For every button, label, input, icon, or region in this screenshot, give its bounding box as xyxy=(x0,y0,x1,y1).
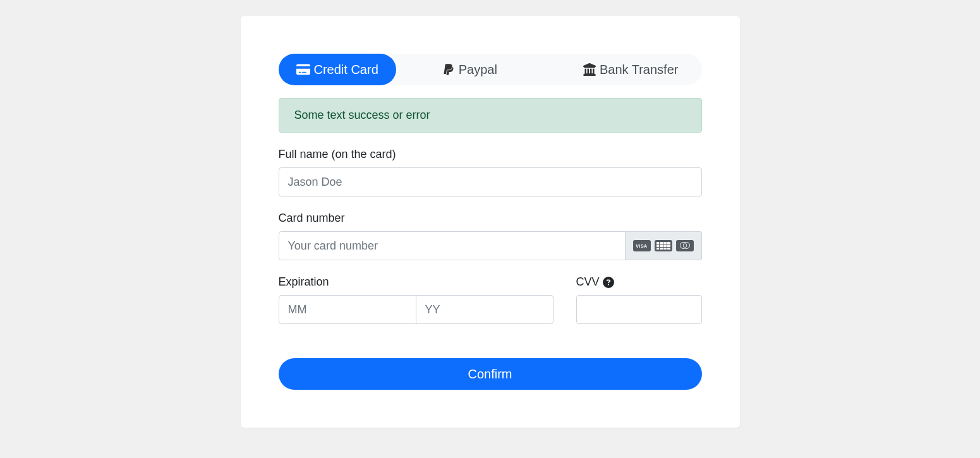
card-number-input[interactable] xyxy=(279,231,626,260)
tab-credit-card[interactable]: Credit Card xyxy=(279,54,396,85)
confirm-button[interactable]: Confirm xyxy=(279,358,702,390)
form-group-full-name: Full name (on the card) xyxy=(279,148,702,196)
card-number-label: Card number xyxy=(279,212,702,225)
card-brand-addon: VISA xyxy=(626,231,702,260)
credit-card-icon xyxy=(296,63,310,76)
expiration-year-input[interactable] xyxy=(416,295,554,324)
tab-label: Credit Card xyxy=(314,63,378,77)
tab-label: Paypal xyxy=(459,63,497,77)
tab-label: Bank Transfer xyxy=(600,63,679,77)
full-name-input[interactable] xyxy=(279,167,702,196)
payment-card: Credit Card Paypal Bank Transfer Some te… xyxy=(241,16,740,428)
status-alert: Some text success or error xyxy=(279,98,702,133)
expiration-label: Expiration xyxy=(279,275,554,289)
full-name-label: Full name (on the card) xyxy=(279,148,702,161)
form-group-card-number: Card number VISA xyxy=(279,212,702,260)
bank-icon xyxy=(583,63,596,76)
payment-method-tabs: Credit Card Paypal Bank Transfer xyxy=(279,54,702,85)
paypal-icon xyxy=(442,63,455,76)
form-group-expiration: Expiration xyxy=(279,275,554,324)
expiration-month-input[interactable] xyxy=(279,295,416,324)
cvv-input[interactable] xyxy=(576,295,702,324)
mastercard-icon xyxy=(676,240,694,251)
visa-icon: VISA xyxy=(633,240,651,251)
amex-icon xyxy=(655,240,672,251)
tab-paypal[interactable]: Paypal xyxy=(425,54,515,85)
question-circle-icon[interactable] xyxy=(603,277,614,288)
cvv-label: CVV xyxy=(576,275,702,289)
alert-text: Some text success or error xyxy=(294,109,430,121)
tab-bank-transfer[interactable]: Bank Transfer xyxy=(566,54,696,85)
form-group-cvv: CVV xyxy=(576,275,702,324)
